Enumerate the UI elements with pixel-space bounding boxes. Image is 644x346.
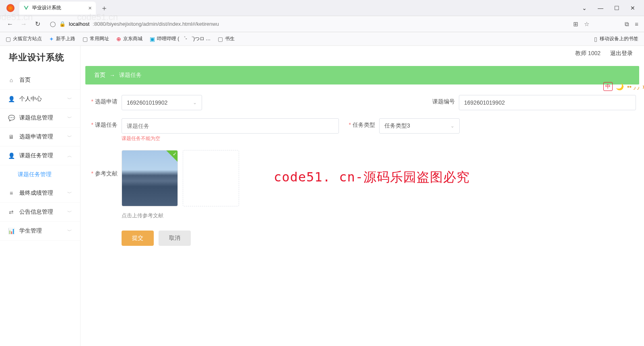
browser-tab[interactable]: 毕业设计系统 × [19,2,96,14]
float-toolbar: 中 🌙 •• ٫ ٫ › [603,82,644,91]
bookmark-firefox[interactable]: ▢火狐官方站点 [6,35,42,42]
submit-button[interactable]: 提交 [122,231,154,246]
dots-icon[interactable]: •• ٫ ٫ [627,83,639,91]
apply-label: 选题申请 [85,95,118,105]
bookmark-shusheng[interactable]: ▢书生 [218,35,235,42]
back-button[interactable]: ← [6,21,14,28]
ref-label: 参考文献 [85,150,118,177]
main-content: 教师 1002 退出登录 首页 → 课题任务 中 🌙 •• ٫ ٫ › 选题申请… [80,46,644,346]
task-form: 选题申请 1692601019902 ⌄ 课题编号 课题任务 课题任务不能为空 … [80,89,644,258]
chevron-down-icon: ⌄ [450,123,454,129]
shield-icon: ◯ [50,21,56,27]
close-icon[interactable]: ✕ [628,5,638,11]
menu-grade[interactable]: ≡最终成绩管理﹀ [0,184,80,203]
extensions-icon[interactable]: ⧉ [625,21,629,28]
chevron-down-icon: ﹀ [67,134,72,140]
url-host: localhost [69,21,89,27]
moon-icon[interactable]: 🌙 [616,83,624,91]
breadcrumb-home[interactable]: 首页 [94,72,105,79]
menu-home[interactable]: ⌂首页 [0,71,80,90]
browser-tab-bar: 毕业设计系统 × ＋ ⌄ — ☐ ✕ [0,0,644,16]
bookmark-star-icon[interactable]: ☆ [584,21,589,28]
submenu-task-manage[interactable]: 课题任务管理 [0,165,80,184]
lang-badge[interactable]: 中 [603,82,613,91]
tab-title: 毕业设计系统 [32,4,61,11]
chevron-down-icon: ﹀ [67,96,72,103]
menu-student[interactable]: 📊学生管理﹀ [0,222,80,241]
menu-apply[interactable]: 🖥选题申请管理﹀ [0,128,80,146]
chevron-down-icon: ⌄ [193,100,197,105]
logout-button[interactable]: 退出登录 [610,50,633,57]
user-info: 教师 1002 [575,50,601,57]
bookmark-bar: ▢火狐官方站点 ✦新手上路 ▢常用网址 ⊕京东商城 ▣哔哩哔哩 ( ゜- ゜)つ… [0,32,644,46]
cancel-button[interactable]: 取消 [159,231,191,246]
new-tab-button[interactable]: ＋ [101,3,108,13]
bookmark-jd[interactable]: ⊕京东商城 [116,35,142,42]
maximize-icon[interactable]: ☐ [612,5,621,11]
check-icon [166,150,178,162]
menu-personal[interactable]: 👤个人中心﹀ [0,90,80,109]
monitor-icon: 🖥 [8,134,14,140]
upload-add-button[interactable] [183,150,239,206]
url-field[interactable]: ◯ 🔒 localhost:8080/biyeshejixitong/admin… [47,19,222,29]
apply-select[interactable]: 1692601019902 ⌄ [122,95,202,110]
chevron-down-icon: ﹀ [67,190,72,197]
tab-close-icon[interactable]: × [88,4,92,11]
chart-icon: 📊 [8,228,14,234]
app-header: 教师 1002 退出登录 [80,46,644,61]
chat-icon: 💬 [8,115,14,121]
lock-icon: 🔒 [59,21,66,27]
breadcrumb-arrow: → [109,72,115,78]
task-type-label: 任务类型 [343,118,375,129]
task-error: 课题任务不能为空 [122,135,339,142]
home-icon: ⌂ [8,77,14,83]
topic-id-input[interactable] [459,95,636,110]
menu-topic-info[interactable]: 💬课题信息管理﹀ [0,109,80,128]
sidebar: 毕业设计系统 ⌂首页 👤个人中心﹀ 💬课题信息管理﹀ 🖥选题申请管理﹀ 👤课题任… [0,46,80,346]
chevron-down-icon: ﹀ [67,209,72,216]
user-icon: 👤 [8,152,14,159]
menu-notice[interactable]: ⇄公告信息管理﹀ [0,203,80,222]
bookmark-mobile[interactable]: ▯移动设备上的书签 [594,35,638,42]
bookmark-common[interactable]: ▢常用网址 [83,35,109,42]
vue-icon [23,5,29,11]
firefox-logo-icon [6,4,14,12]
chevron-up-icon: ︿ [67,152,72,159]
forward-button[interactable]: → [19,21,28,28]
task-input[interactable] [122,118,339,134]
filter-icon: ⇄ [8,209,14,215]
chevron-down-icon: ﹀ [67,228,72,235]
chevron-down-icon[interactable]: ⌄ [580,5,589,11]
uploaded-thumbnail[interactable] [122,150,178,206]
app-title: 毕业设计系统 [0,46,80,71]
breadcrumb-current: 课题任务 [119,72,142,79]
menu-task[interactable]: 👤课题任务管理︿ [0,146,80,165]
reload-button[interactable]: ↻ [33,20,42,28]
url-path: :8080/biyeshejixitong/admin/dist/index.h… [93,21,219,27]
bookmark-bilibili[interactable]: ▣哔哩哔哩 ( ゜- ゜)つロ … [150,35,211,42]
expand-arrow-icon[interactable]: › [642,82,644,91]
browser-url-bar: ← → ↻ ◯ 🔒 localhost:8080/biyeshejixitong… [0,16,644,32]
task-type-select[interactable]: 任务类型3 ⌄ [379,118,460,134]
window-controls: ⌄ — ☐ ✕ [580,5,641,11]
breadcrumb: 首页 → 课题任务 [85,66,639,84]
minimize-icon[interactable]: — [596,5,605,11]
qr-icon[interactable]: ⊞ [573,21,578,28]
task-label: 课题任务 [85,118,118,129]
topic-id-label: 课题编号 [423,95,455,105]
list-icon: ≡ [8,190,14,196]
app-menu-icon[interactable]: ≡ [635,21,638,27]
upload-tip: 点击上传参考文献 [122,212,239,219]
chevron-down-icon: ﹀ [67,115,72,122]
bookmark-newbie[interactable]: ✦新手上路 [49,35,75,42]
user-icon: 👤 [8,96,14,102]
